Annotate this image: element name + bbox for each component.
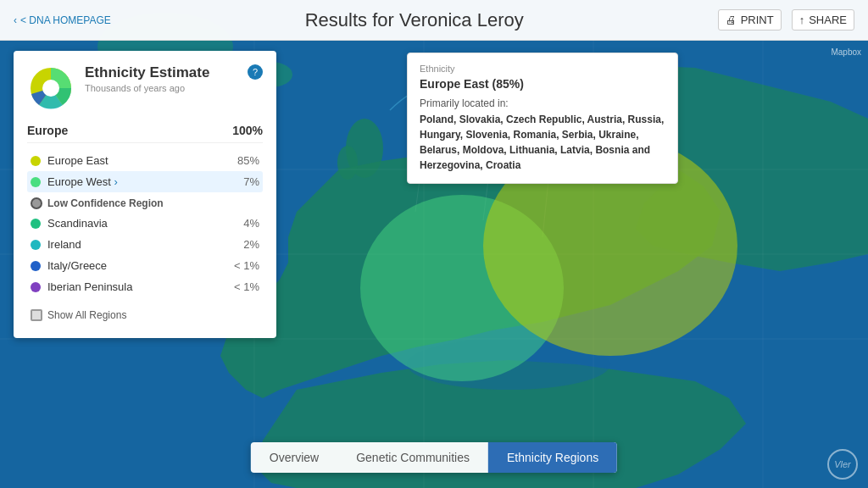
top-actions: 🖨 PRINT ↑ SHARE bbox=[718, 9, 854, 30]
europe-label: Europe bbox=[27, 124, 68, 137]
low-confidence-label: Low Confidence Region bbox=[47, 197, 164, 209]
ireland-name: Ireland bbox=[47, 238, 232, 251]
panel-subtitle: Thousands of years ago bbox=[85, 83, 237, 93]
europe-west-name: Europe West bbox=[47, 175, 232, 188]
tooltip-locations-text: Poland, Slovakia, Czech Republic, Austri… bbox=[420, 114, 664, 171]
iberian-dot bbox=[31, 282, 41, 292]
europe-pct: 100% bbox=[232, 124, 263, 137]
tab-genetic-communities[interactable]: Genetic Communities bbox=[337, 442, 488, 473]
panel-header: Ethnicity Estimate Thousands of years ag… bbox=[27, 64, 263, 112]
italy-greece-dot bbox=[31, 261, 41, 271]
mapbox-badge: Mapbox bbox=[831, 47, 861, 57]
share-icon: ↑ bbox=[799, 14, 805, 26]
italy-greece-name: Italy/Greece bbox=[47, 259, 232, 272]
pie-chart bbox=[27, 64, 75, 112]
europe-west-dot bbox=[31, 177, 41, 187]
tooltip-location-label: Primarily located in: bbox=[420, 97, 665, 109]
checkbox-icon bbox=[31, 309, 42, 321]
tooltip-name: Europe East (85%) bbox=[420, 77, 665, 91]
europe-east-dot bbox=[31, 156, 41, 166]
top-bar: ‹ < DNA HOMEPAGE Results for Veronica Le… bbox=[0, 0, 868, 41]
europe-east-name: Europe East bbox=[47, 154, 232, 167]
europe-row: Europe 100% bbox=[27, 124, 263, 143]
iberian-pct: < 1% bbox=[232, 280, 259, 293]
ireland-dot bbox=[31, 240, 41, 250]
svg-point-19 bbox=[42, 80, 59, 97]
ethnicity-row-europe-west[interactable]: Europe West 7% bbox=[27, 171, 263, 192]
tooltip-category: Ethnicity bbox=[420, 64, 665, 74]
share-label: SHARE bbox=[809, 14, 847, 26]
ethnicity-row-ireland[interactable]: Ireland 2% bbox=[27, 234, 263, 255]
back-label: < DNA HOMEPAGE bbox=[20, 14, 111, 26]
share-button[interactable]: ↑ SHARE bbox=[792, 9, 854, 30]
ethnicity-panel: Ethnicity Estimate Thousands of years ag… bbox=[14, 51, 276, 338]
ethnicity-row-italy-greece[interactable]: Italy/Greece < 1% bbox=[27, 255, 263, 276]
print-button[interactable]: 🖨 PRINT bbox=[718, 9, 782, 30]
scandinavia-name: Scandinavia bbox=[47, 217, 232, 230]
ethnicity-row-scandinavia[interactable]: Scandinavia 4% bbox=[27, 213, 263, 234]
ethnicity-tooltip: Ethnicity Europe East (85%) Primarily lo… bbox=[407, 53, 678, 184]
ireland-pct: 2% bbox=[232, 238, 259, 251]
tab-ethnicity-regions[interactable]: Ethnicity Regions bbox=[488, 442, 617, 473]
europe-west-pct: 7% bbox=[232, 175, 259, 188]
back-icon: ‹ bbox=[14, 14, 17, 26]
back-button[interactable]: ‹ < DNA HOMEPAGE bbox=[14, 14, 111, 26]
scandinavia-dot bbox=[31, 219, 41, 229]
print-icon: 🖨 bbox=[726, 14, 737, 26]
panel-title: Ethnicity Estimate bbox=[85, 64, 237, 81]
tooltip-locations: Poland, Slovakia, Czech Republic, Austri… bbox=[420, 112, 665, 173]
low-confidence-section: Low Confidence Region bbox=[27, 192, 263, 213]
watermark: Vler bbox=[827, 449, 858, 480]
low-confidence-icon bbox=[31, 197, 42, 209]
ethnicity-row-europe-east[interactable]: Europe East 85% bbox=[27, 150, 263, 171]
ethnicity-list: Europe East 85% Europe West 7% Low Confi… bbox=[27, 150, 263, 297]
panel-title-group: Ethnicity Estimate Thousands of years ag… bbox=[85, 64, 237, 93]
scandinavia-pct: 4% bbox=[232, 217, 259, 230]
tab-overview[interactable]: Overview bbox=[251, 442, 337, 473]
bottom-tabs: Overview Genetic Communities Ethnicity R… bbox=[251, 442, 617, 473]
italy-greece-pct: < 1% bbox=[232, 259, 259, 272]
print-label: PRINT bbox=[741, 14, 774, 26]
iberian-name: Iberian Peninsula bbox=[47, 280, 232, 293]
help-icon[interactable]: ? bbox=[248, 64, 263, 80]
europe-east-pct: 85% bbox=[232, 154, 259, 167]
page-title: Results for Veronica Leroy bbox=[111, 9, 718, 31]
show-all-button[interactable]: Show All Regions bbox=[27, 306, 263, 324]
show-all-label: Show All Regions bbox=[47, 309, 126, 321]
ethnicity-row-iberian[interactable]: Iberian Peninsula < 1% bbox=[27, 276, 263, 297]
